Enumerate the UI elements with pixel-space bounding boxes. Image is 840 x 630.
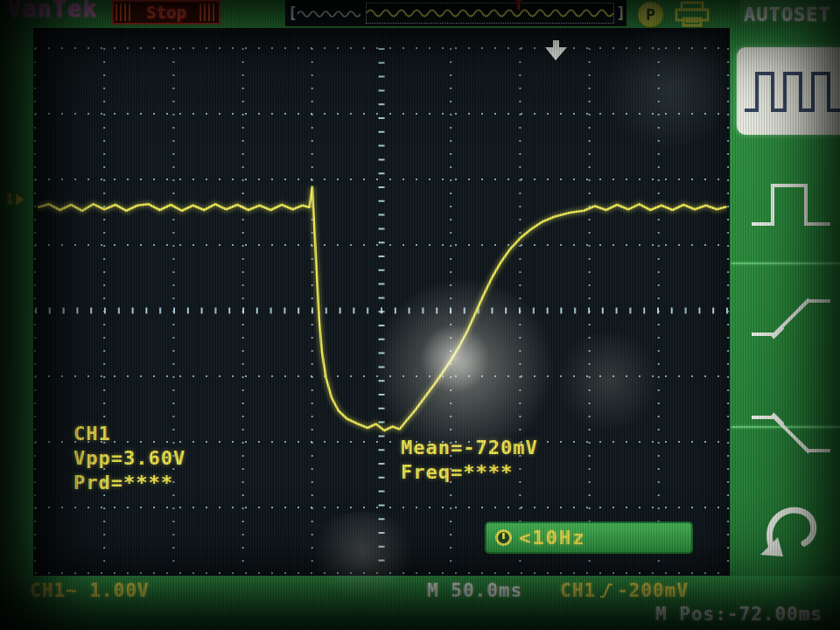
channel1-marker-label: 1 [5,191,14,207]
measurement-channel: CH1 [74,422,186,446]
autoset-side-menu [732,28,840,576]
trigger-frequency-text: <10Hz [519,527,585,549]
trigger-source-label: CH1 [560,580,596,601]
trigger-slope-icon [599,582,613,599]
menu-item-rising-edge[interactable] [737,275,840,359]
menu-item-undo-autoset[interactable] [737,483,840,567]
menu-item-falling-edge[interactable] [737,391,840,475]
p-status-icon: P [637,1,664,28]
trigger-readout: CH1 -200mV [560,580,689,601]
rising-slope-icon [748,289,836,345]
multi-pulse-icon [741,63,840,119]
printer-icon [674,1,710,27]
run-state-indicator: Stop [112,0,220,24]
preview-wave-window [367,4,613,23]
horizontal-preview-bar: [ T ] [285,0,626,26]
autoset-menu-title: AUTOSET [740,0,840,28]
run-state-label: Stop [146,3,186,22]
measurement-vpp: Vpp=3.60V [74,446,186,471]
oscilloscope-screen: VanTek Stop [ T ] P [0,0,840,630]
preview-wave-dim [298,4,360,24]
channel1-position-marker: 1 [5,191,24,207]
menu-item-multi-cycle[interactable] [737,47,840,135]
bottom-status-bar: CH1~ 1.00V M 50.0ms CH1 -200mV M Pos:-72… [0,576,840,630]
trigger-frequency-icon [495,529,512,546]
channel1-marker-arrow-icon [16,193,24,206]
measurement-period: Prd=**** [74,471,186,495]
measurement-block-left: CH1 Vpp=3.60V Prd=**** [74,422,186,495]
menu-separator [732,262,840,264]
waveform-display-area: CH1 Vpp=3.60V Prd=**** Mean=-720mV Freq=… [33,28,730,576]
measurement-mean: Mean=-720mV [401,436,538,460]
preview-right-bracket: ] [616,4,626,23]
falling-slope-icon [748,405,836,461]
preview-trigger-marker: T [514,0,522,13]
trigger-position-arrow-icon [545,40,567,60]
preview-left-bracket: [ [288,4,298,23]
single-pulse-icon [748,177,836,233]
trigger-level-label: -200mV [617,580,689,601]
trigger-frequency-badge: <10Hz [485,522,693,554]
timebase-readout: M 50.0ms [427,580,522,601]
brand-logo: VanTek [7,0,98,22]
top-status-bar: VanTek Stop [ T ] P [0,0,840,28]
undo-arrow-icon [750,486,834,564]
ch1-scale-readout: CH1~ 1.00V [30,580,149,601]
oscilloscope-photo: VanTek Stop [ T ] P [0,0,840,630]
measurement-block-right: Mean=-720mV Freq=**** [401,436,538,485]
menu-item-single-cycle[interactable] [737,161,840,248]
preview-window-box [366,3,614,24]
stop-stripe-right [200,4,217,21]
stop-stripe-left [116,4,133,21]
horizontal-position-readout: M Pos:-72.00ms [655,604,822,625]
measurement-freq: Freq=**** [401,460,538,485]
